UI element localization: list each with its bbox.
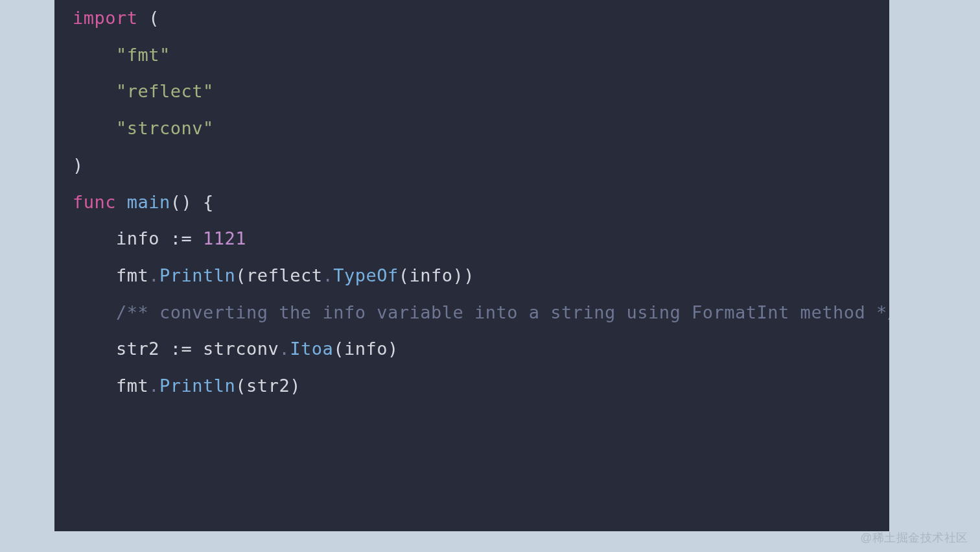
code-token: . bbox=[148, 376, 159, 396]
code-line: info := 1121 bbox=[73, 221, 889, 258]
code-line: /** converting the info variable into a … bbox=[73, 294, 889, 331]
code-line: func main() { bbox=[73, 184, 889, 221]
code-block: import ( "fmt" "reflect" "strconv")func … bbox=[54, 0, 889, 405]
code-line: fmt.Println(str2) bbox=[73, 368, 889, 405]
watermark: @稀土掘金技术社区 bbox=[860, 530, 968, 546]
code-token: fmt bbox=[73, 376, 148, 396]
code-token bbox=[192, 228, 203, 248]
code-token: info bbox=[73, 228, 170, 248]
code-token: (info)) bbox=[399, 265, 474, 285]
code-token: (reflect bbox=[235, 265, 322, 285]
code-token: ( bbox=[138, 8, 160, 28]
code-line: "strconv" bbox=[73, 110, 889, 147]
code-line: fmt.Println(reflect.TypeOf(info)) bbox=[73, 258, 889, 294]
code-line: import ( bbox=[73, 0, 889, 37]
code-panel: import ( "fmt" "reflect" "strconv")func … bbox=[54, 0, 889, 531]
code-token: strconv bbox=[192, 339, 279, 359]
code-token: "reflect" bbox=[116, 81, 214, 101]
code-token bbox=[73, 45, 116, 65]
code-token bbox=[192, 192, 203, 212]
code-token: main bbox=[127, 192, 170, 212]
code-line: "reflect" bbox=[73, 73, 889, 110]
code-token bbox=[116, 192, 127, 212]
code-token: := bbox=[170, 339, 192, 359]
code-token: () bbox=[170, 192, 192, 212]
code-line: str2 := strconv.Itoa(info) bbox=[73, 331, 889, 368]
code-token: Itoa bbox=[290, 339, 333, 359]
code-token: TypeOf bbox=[333, 265, 399, 285]
code-token bbox=[73, 302, 116, 322]
code-line: ) bbox=[73, 147, 889, 184]
code-token: func bbox=[73, 192, 116, 212]
code-token: /** converting the info variable into a … bbox=[116, 302, 889, 322]
code-token: ) bbox=[73, 155, 84, 175]
code-token: Println bbox=[159, 376, 235, 396]
code-token: . bbox=[322, 265, 333, 285]
code-token: (info) bbox=[333, 339, 399, 359]
code-token: { bbox=[203, 192, 214, 212]
code-token bbox=[73, 118, 116, 138]
code-token: . bbox=[279, 339, 290, 359]
code-token: fmt bbox=[73, 265, 148, 285]
code-token: import bbox=[73, 8, 138, 28]
code-token: 1121 bbox=[203, 228, 246, 248]
code-token: "fmt" bbox=[116, 45, 170, 65]
code-token: str2 bbox=[73, 339, 170, 359]
code-token: "strconv" bbox=[116, 118, 214, 138]
code-token bbox=[73, 81, 116, 101]
stage: import ( "fmt" "reflect" "strconv")func … bbox=[0, 0, 980, 552]
code-token: (str2) bbox=[235, 376, 301, 396]
code-line: "fmt" bbox=[73, 37, 889, 74]
code-token: := bbox=[170, 228, 192, 248]
code-token: Println bbox=[159, 265, 235, 285]
code-token: . bbox=[148, 265, 159, 285]
